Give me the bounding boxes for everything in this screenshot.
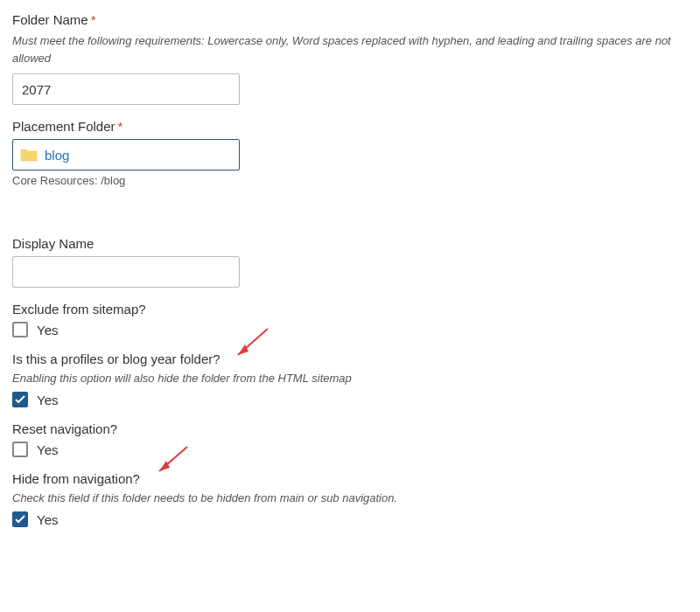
placement-folder-field: Placement Folder* blog Core Resources: /… [12, 119, 688, 187]
folder-name-label-text: Folder Name [12, 12, 88, 27]
placement-folder-value: blog [45, 148, 69, 163]
hide-from-navigation-option-label: Yes [37, 512, 58, 527]
exclude-sitemap-option-label: Yes [37, 323, 58, 337]
display-name-input[interactable] [12, 256, 240, 288]
folder-name-input[interactable] [12, 73, 240, 105]
display-name-field: Display Name [12, 236, 688, 288]
folder-icon [20, 148, 38, 162]
profiles-blog-year-label: Is this a profiles or blog year folder? [12, 351, 688, 366]
profiles-blog-year-field: Is this a profiles or blog year folder? … [12, 351, 688, 407]
folder-name-field: Folder Name* Must meet the following req… [12, 12, 688, 105]
profiles-blog-year-option-label: Yes [37, 393, 58, 407]
reset-navigation-label: Reset navigation? [12, 421, 688, 436]
placement-folder-label: Placement Folder* [12, 119, 688, 134]
exclude-sitemap-label: Exclude from sitemap? [12, 302, 688, 316]
required-indicator: * [91, 12, 96, 27]
reset-navigation-option-label: Yes [37, 442, 58, 457]
hide-from-navigation-checkbox[interactable] [12, 511, 28, 527]
placement-folder-path: Core Resources: /blog [12, 174, 688, 187]
required-indicator: * [118, 119, 123, 134]
profiles-blog-year-help: Enabling this option will also hide the … [12, 372, 688, 385]
reset-navigation-field: Reset navigation? Yes [12, 421, 688, 457]
placement-folder-label-text: Placement Folder [12, 119, 116, 134]
folder-name-label: Folder Name* [12, 12, 688, 27]
profiles-blog-year-checkbox[interactable] [12, 392, 28, 407]
svg-marker-3 [159, 461, 170, 471]
exclude-sitemap-checkbox[interactable] [12, 322, 28, 337]
exclude-sitemap-field: Exclude from sitemap? Yes [12, 302, 688, 337]
placement-folder-picker[interactable]: blog [12, 139, 240, 170]
folder-name-help: Must meet the following requirements: Lo… [12, 32, 688, 66]
reset-navigation-checkbox[interactable] [12, 442, 28, 457]
hide-from-navigation-label: Hide from navigation? [12, 471, 688, 486]
hide-from-navigation-help: Check this field if this folder needs to… [12, 491, 688, 504]
hide-from-navigation-field: Hide from navigation? Check this field i… [12, 471, 688, 527]
display-name-label: Display Name [12, 236, 688, 251]
